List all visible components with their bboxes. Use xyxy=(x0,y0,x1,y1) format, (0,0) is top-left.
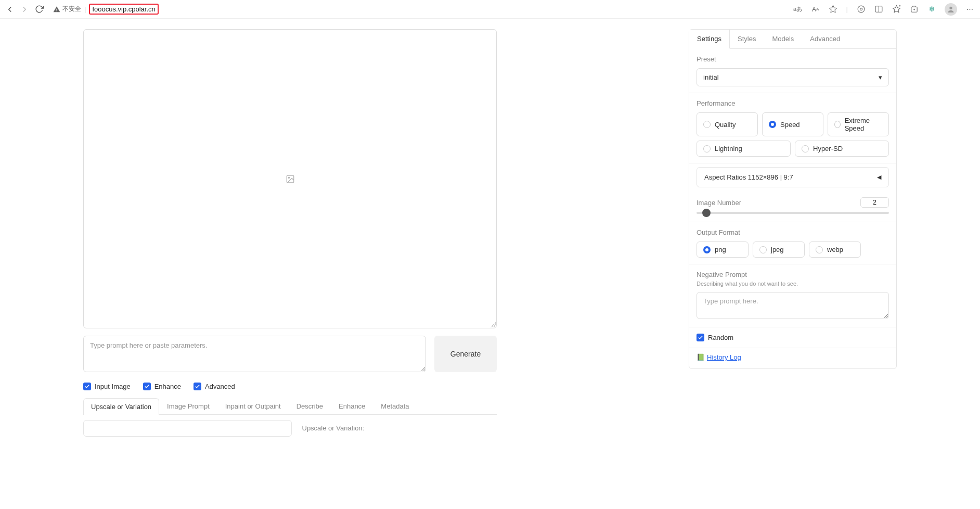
performance-label: Performance xyxy=(697,99,889,107)
svg-point-11 xyxy=(949,6,952,9)
address-bar[interactable]: 不安全 | fooocus.vip.cpolar.cn xyxy=(49,2,788,17)
format-option-png[interactable]: png xyxy=(697,241,749,258)
svg-marker-0 xyxy=(830,5,837,12)
image-number-label: Image Number xyxy=(697,199,741,207)
tab-models[interactable]: Models xyxy=(764,30,802,48)
subtab-image-prompt[interactable]: Image Prompt xyxy=(159,398,217,414)
insecure-label: 不安全 xyxy=(62,5,81,14)
input-image-label: Input Image xyxy=(95,383,131,390)
performance-option-hyper-sd[interactable]: Hyper-SD xyxy=(795,141,889,157)
translate-icon[interactable]: aあ xyxy=(793,5,803,14)
subtab-describe[interactable]: Describe xyxy=(289,398,331,414)
output-format-label: Output Format xyxy=(697,228,889,236)
input-image-checkbox[interactable]: Input Image xyxy=(83,383,131,390)
prompt-input[interactable] xyxy=(83,336,426,372)
insecure-badge: 不安全 xyxy=(53,5,81,14)
history-log-link[interactable]: History Log xyxy=(707,353,741,361)
tab-advanced[interactable]: Advanced xyxy=(802,30,848,48)
profile-avatar[interactable] xyxy=(945,3,957,16)
tab-settings[interactable]: Settings xyxy=(689,30,730,49)
enhance-label: Enhance xyxy=(154,383,181,390)
random-checkbox[interactable]: Random xyxy=(697,334,889,341)
caret-down-icon: ▾ xyxy=(879,73,882,81)
subtab-upscale[interactable]: Upscale or Variation xyxy=(83,398,159,415)
image-number-input[interactable] xyxy=(860,197,889,208)
subtab-enhance[interactable]: Enhance xyxy=(331,398,373,414)
aspect-label: Aspect Ratios 1152×896 | 9:7 xyxy=(704,173,793,181)
svg-marker-5 xyxy=(893,5,900,12)
split-icon[interactable] xyxy=(874,5,883,14)
star-icon[interactable] xyxy=(829,5,838,14)
leaf-icon[interactable]: ❇ xyxy=(927,5,936,14)
tab-styles[interactable]: Styles xyxy=(730,30,764,48)
preset-select[interactable]: initial ▾ xyxy=(697,68,889,86)
advanced-checkbox[interactable]: Advanced xyxy=(194,383,235,390)
back-button[interactable] xyxy=(5,5,15,14)
negative-prompt-input[interactable] xyxy=(697,292,889,319)
negative-prompt-desc: Describing what you do not want to see. xyxy=(697,281,889,287)
collapse-arrow-icon: ◀ xyxy=(877,174,881,181)
settings-panel: Settings Styles Models Advanced Preset i… xyxy=(689,29,897,369)
enhance-checkbox[interactable]: Enhance xyxy=(143,383,181,390)
output-canvas[interactable] xyxy=(83,29,497,328)
svg-point-13 xyxy=(288,177,289,178)
book-icon: 📗 xyxy=(697,353,705,361)
negative-prompt-label: Negative Prompt xyxy=(697,271,889,278)
favorites-icon[interactable] xyxy=(892,5,901,14)
collections-icon[interactable] xyxy=(909,5,919,14)
text-size-icon[interactable]: AA xyxy=(811,5,820,14)
random-label: Random xyxy=(708,334,733,341)
forward-button[interactable] xyxy=(20,5,29,14)
aspect-ratio-row[interactable]: Aspect Ratios 1152×896 | 9:7 ◀ xyxy=(697,167,889,187)
performance-option-quality[interactable]: Quality xyxy=(697,112,758,136)
svg-point-2 xyxy=(860,8,862,10)
subtab-metadata[interactable]: Metadata xyxy=(373,398,417,414)
preset-value: initial xyxy=(703,73,719,81)
upscale-dropzone[interactable] xyxy=(83,420,292,437)
url-text: fooocus.vip.cpolar.cn xyxy=(89,4,158,15)
refresh-button[interactable] xyxy=(34,5,44,14)
subtab-inpaint[interactable]: Inpaint or Outpaint xyxy=(217,398,289,414)
image-placeholder-icon xyxy=(286,174,295,184)
more-icon[interactable]: ⋯ xyxy=(965,5,975,14)
performance-option-extreme-speed[interactable]: Extreme Speed xyxy=(828,112,889,136)
format-option-jpeg[interactable]: jpeg xyxy=(753,241,805,258)
image-number-slider[interactable] xyxy=(697,212,889,214)
advanced-label: Advanced xyxy=(205,383,235,390)
extension-icon[interactable] xyxy=(856,5,866,14)
format-option-webp[interactable]: webp xyxy=(809,241,861,258)
image-subtabs: Upscale or Variation Image Prompt Inpain… xyxy=(83,398,497,415)
performance-option-speed[interactable]: Speed xyxy=(762,112,823,136)
upscale-label-box: Upscale or Variation: xyxy=(302,420,497,437)
generate-button[interactable]: Generate xyxy=(434,336,497,372)
preset-label: Preset xyxy=(697,55,889,63)
performance-option-lightning[interactable]: Lightning xyxy=(697,141,791,157)
svg-point-1 xyxy=(858,6,865,12)
browser-toolbar: 不安全 | fooocus.vip.cpolar.cn aあ AA | ❇ ⋯ xyxy=(0,0,980,19)
